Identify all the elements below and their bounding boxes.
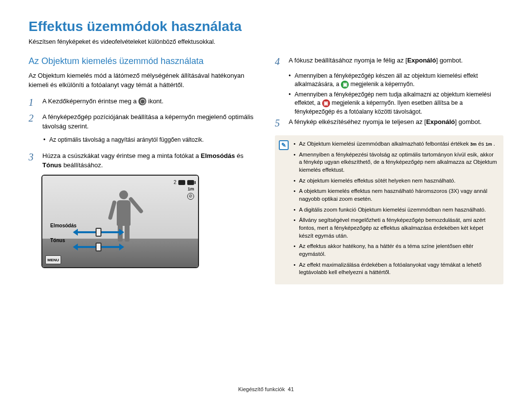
blur-slider[interactable] (74, 227, 123, 238)
tone-slider[interactable] (74, 242, 123, 252)
step-text: A fényképezőgép pozíciójának beállítása … (42, 113, 257, 131)
page-subtitle: Készítsen fényképeket és videofelvételek… (29, 38, 503, 45)
tone-slider-label: Tónus (50, 238, 65, 243)
list-item: Amennyiben a fényképezőgép nem tudja alk… (289, 91, 503, 116)
list-item: Az effekt maximalizálása érdekében a fot… (294, 261, 498, 277)
step-number: 1 (29, 97, 37, 108)
step-number: 3 (29, 152, 37, 170)
list-item: A objektum kiemelés effektus nem használ… (294, 187, 498, 203)
list-item: Az optimális távolság a nagyítási arányt… (43, 136, 257, 144)
left-column: Az Objektum kiemelés üzemmód használata … (29, 56, 257, 284)
step-text: A fénykép elkészítéséhez nyomja le telje… (289, 118, 482, 128)
camera-preview-figure: Elmosódás Tónus MENU 2 1m ⊘ (41, 175, 199, 268)
storage-icon (178, 180, 185, 185)
info-icon: ✎ (279, 140, 289, 150)
step-text: A Kezdőképernyőn érintse meg a ◯ ikont. (42, 97, 164, 108)
info-note-box: ✎ Az Objektum kiemelési üzemmódban alkal… (275, 135, 503, 284)
flash-off-icon: ⊘ (187, 193, 194, 200)
step-text: A fókusz beállításához nyomja le félig a… (289, 56, 463, 67)
not-ready-status-icon: ▣ (322, 99, 330, 107)
step-number: 5 (275, 118, 284, 128)
list-item: Az Objektum kiemelési üzemmódban alkalma… (294, 140, 498, 148)
list-item: Az effektus akkor hatékony, ha a háttér … (294, 243, 498, 258)
menu-button[interactable]: MENU (45, 255, 61, 264)
resolution-indicator: 1m (188, 186, 194, 193)
step-3: 3 Húzza a csúszkákat vagy érintse meg a … (29, 152, 257, 170)
list-item: Amennyiben a fényképezőgép készen áll az… (289, 72, 503, 89)
list-item: A digitális zoom funkció Objektum kiemel… (294, 206, 498, 214)
step-5: 5 A fénykép elkészítéséhez nyomja le tel… (275, 118, 503, 128)
section-heading: Az Objektum kiemelés üzemmód használata (29, 56, 257, 66)
blur-slider-label: Elmosódás (50, 223, 76, 228)
step-number: 2 (29, 113, 37, 131)
intro-paragraph: Az Objektum kiemelés mód a látómező mély… (29, 71, 257, 90)
shot-count: 2 (173, 179, 176, 186)
battery-icon (187, 180, 194, 185)
right-column: 4 A fókusz beállításához nyomja le félig… (275, 56, 503, 284)
page-footer: Kiegészítő funkciók 41 (0, 386, 532, 392)
step-4: 4 A fókusz beállításához nyomja le félig… (275, 56, 503, 67)
step-text: Húzza a csúszkákat vagy érintse meg a mi… (42, 152, 257, 170)
step-4-notes: Amennyiben a fényképezőgép készen áll az… (275, 72, 503, 116)
list-item: Állvány segítségével megelőzheti a fényk… (294, 216, 498, 240)
camera-osd: 2 1m ⊘ (173, 179, 194, 200)
step-1: 1 A Kezdőképernyőn érintse meg a ◯ ikont… (29, 97, 257, 108)
mode-icon: ◯ (138, 97, 146, 105)
step-2: 2 A fényképezőgép pozíciójának beállítás… (29, 113, 257, 131)
list-item: Az objektum kiemelés effektus sötét hely… (294, 177, 498, 185)
step-number: 4 (275, 56, 284, 67)
step-2-notes: Az optimális távolság a nagyítási arányt… (29, 136, 257, 144)
list-item: Amennyiben a fényképezési távolság az op… (294, 151, 498, 174)
ready-status-icon: ▣ (341, 81, 349, 89)
page-title: Effektus üzemmódok használata (29, 19, 503, 34)
